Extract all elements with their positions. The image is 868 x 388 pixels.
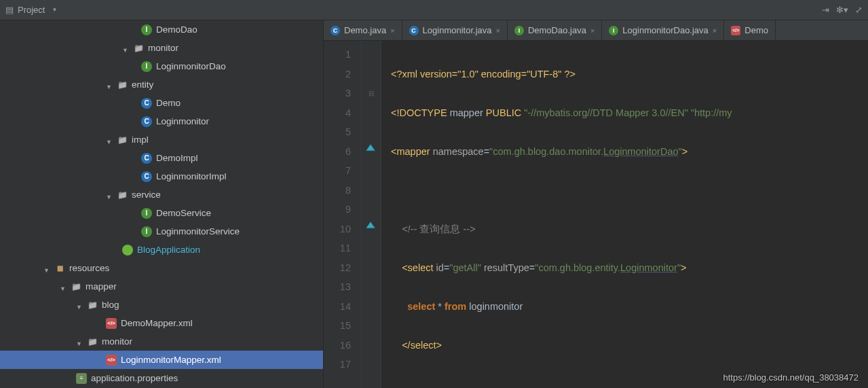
folder-icon: [117, 80, 128, 90]
tree-item-label: DemoService: [156, 208, 211, 218]
code-content[interactable]: <?xml version="1.0" encoding="UTF-8" ?> …: [381, 41, 868, 388]
editor-tabs[interactable]: CDemo.java×CLoginmonitor.java×IDemoDao.j…: [324, 20, 868, 41]
close-icon[interactable]: ×: [713, 27, 717, 35]
expand-arrow-icon[interactable]: [76, 301, 84, 309]
line-number: 15: [324, 316, 351, 336]
expand-arrow-icon[interactable]: [122, 44, 130, 52]
tree-item[interactable]: ▦resources: [0, 259, 323, 277]
project-label[interactable]: Project: [18, 5, 45, 15]
code-line: <?xml version="1.0" encoding="UTF-8" ?>: [391, 69, 575, 80]
line-number: 3: [324, 84, 351, 103]
line-number: 14: [324, 297, 351, 317]
resources-icon: ▦: [54, 263, 65, 274]
folder-icon: [133, 43, 144, 54]
project-view-icon: ▤: [5, 5, 14, 15]
tree-item[interactable]: ≡application.properties: [0, 369, 323, 387]
editor-tab[interactable]: IDemoDao.java×: [508, 20, 602, 40]
class-icon: C: [331, 26, 340, 35]
folder-icon: [87, 336, 98, 347]
expand-arrow-icon[interactable]: [106, 191, 114, 199]
interface-icon: I: [141, 226, 152, 237]
tree-item[interactable]: monitor: [0, 332, 323, 351]
expand-arrow-icon[interactable]: [60, 283, 68, 291]
collapse-icon[interactable]: ⤢: [855, 5, 863, 15]
line-number: 2: [324, 65, 351, 84]
line-number: 16: [324, 336, 351, 355]
xml-icon: </>: [731, 26, 740, 35]
tree-item[interactable]: entity: [0, 75, 323, 94]
xml-icon: </>: [106, 318, 117, 329]
tree-item-label: LoginmonitorMapper.xml: [121, 355, 221, 365]
line-number: 8: [324, 181, 351, 200]
tree-item-label: mapper: [86, 281, 117, 292]
tab-label: Loginmonitor.java: [423, 25, 492, 35]
interface-icon: I: [141, 61, 152, 72]
tree-item[interactable]: IDemoDao: [0, 20, 323, 39]
expand-arrow-icon[interactable]: [43, 264, 52, 272]
tab-label: DemoDao.java: [528, 25, 586, 35]
mapper-gutter-icon[interactable]: [364, 141, 377, 155]
tree-item-label: resources: [69, 263, 109, 273]
tree-item-label: DemoDao: [156, 24, 197, 35]
tab-label: LoginmonitorDao.java: [622, 25, 708, 35]
tree-item-label: blog: [102, 300, 119, 310]
expand-arrow-icon[interactable]: [76, 338, 84, 346]
tree-item-label: monitor: [148, 43, 178, 53]
tree-item[interactable]: service: [0, 186, 323, 204]
tree-item-label: LoginmonitorImpl: [156, 171, 227, 181]
project-toolbar: ▤ Project ▼ ⇥ ✻▾ ⤢: [0, 0, 868, 20]
expand-arrow-icon[interactable]: [106, 81, 114, 89]
main-split: IDemoDaomonitorILoginmonitorDaoentityCDe…: [0, 20, 868, 388]
tree-item[interactable]: BlogApplication: [0, 241, 323, 259]
spring-icon: [122, 245, 133, 255]
expand-arrow-icon[interactable]: [106, 136, 114, 144]
tree-item[interactable]: CLoginmonitorImpl: [0, 167, 323, 186]
tree-item-label: LoginmonitorService: [156, 226, 240, 236]
editor-tab[interactable]: CDemo.java×: [324, 20, 402, 40]
tree-item[interactable]: CLoginmonitor: [0, 112, 323, 130]
tree-item[interactable]: </>LoginmonitorMapper.xml: [0, 351, 323, 369]
tree-item[interactable]: ILoginmonitorService: [0, 222, 323, 241]
tree-item-label: service: [132, 190, 161, 200]
interface-icon: I: [514, 26, 524, 35]
close-icon[interactable]: ×: [495, 27, 499, 35]
editor-tab[interactable]: </>Demo: [724, 20, 776, 40]
line-number: 5: [324, 122, 351, 142]
tree-item[interactable]: monitor: [0, 39, 323, 57]
tree-item[interactable]: CDemo: [0, 94, 323, 112]
locate-icon[interactable]: ⇥: [822, 5, 829, 15]
tree-item[interactable]: ILoginmonitorDao: [0, 57, 323, 75]
tree-item[interactable]: </>DemoMapper.xml: [0, 314, 323, 332]
line-number: 4: [324, 103, 351, 123]
folder-icon: [71, 281, 81, 292]
line-number-gutter: 1234567891011121314151617: [324, 41, 361, 388]
editor-tab[interactable]: ILoginmonitorDao.java×: [602, 20, 724, 40]
tree-item-label: LoginmonitorDao: [156, 61, 226, 71]
project-dropdown-arrow[interactable]: ▼: [52, 7, 57, 13]
tree-item-label: DemoImpl: [156, 153, 198, 163]
tree-item-label: application.properties: [91, 373, 178, 383]
tree-item-label: DemoMapper.xml: [121, 318, 193, 328]
line-number: 7: [324, 161, 351, 181]
tab-label: Demo.java: [344, 25, 386, 35]
interface-icon: I: [609, 26, 618, 35]
tree-item[interactable]: CDemoImpl: [0, 149, 323, 167]
tree-item-label: monitor: [102, 336, 132, 347]
code-area: 1234567891011121314151617 ⊟ <?xml versio…: [324, 41, 868, 388]
editor-tab[interactable]: CLoginmonitor.java×: [402, 20, 508, 40]
interface-icon: I: [141, 208, 152, 219]
project-tree[interactable]: IDemoDaomonitorILoginmonitorDaoentityCDe…: [0, 20, 324, 388]
interface-icon: I: [141, 24, 152, 35]
gear-icon[interactable]: ✻▾: [836, 5, 848, 15]
class-icon: C: [141, 171, 152, 182]
close-icon[interactable]: ×: [590, 27, 595, 35]
line-number: 13: [324, 277, 351, 297]
tree-item-label: entity: [132, 80, 153, 90]
tree-item[interactable]: blog: [0, 296, 323, 314]
tree-item-label: Demo: [156, 98, 181, 108]
close-icon[interactable]: ×: [390, 27, 394, 35]
tree-item[interactable]: mapper: [0, 277, 323, 296]
tree-item[interactable]: impl: [0, 130, 323, 149]
mapper-gutter-icon[interactable]: [364, 219, 377, 232]
tree-item[interactable]: IDemoService: [0, 204, 323, 222]
